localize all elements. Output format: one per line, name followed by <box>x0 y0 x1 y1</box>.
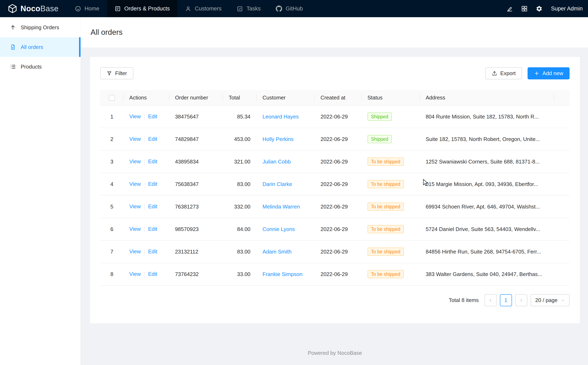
row-index: 4 <box>100 173 123 195</box>
created-at-cell: 2022-06-29 <box>315 263 362 285</box>
blocks-button[interactable] <box>517 0 532 17</box>
address-cell: 804 Runte Mission, Suite 182, 15783, Nor… <box>420 105 554 128</box>
edit-link[interactable]: Edit <box>148 136 157 142</box>
page-size-select[interactable]: 20 / page <box>531 294 570 306</box>
prev-page-button[interactable] <box>485 294 497 306</box>
nav-item-github[interactable]: GitHub <box>268 0 310 17</box>
sidebar-item-shipping-orders[interactable]: Shipping Orders <box>0 18 80 37</box>
view-link[interactable]: View <box>129 181 141 187</box>
orders-card: Filter Export <box>90 57 580 323</box>
customer-link[interactable]: Melinda Warren <box>262 204 300 210</box>
customer-cell: Leonard Hayes <box>257 105 315 128</box>
created-at-cell: 2022-06-29 <box>315 173 362 195</box>
view-link[interactable]: View <box>129 271 141 277</box>
status-cell: To be shipped <box>362 218 420 240</box>
row-index: 3 <box>100 150 123 173</box>
edit-link[interactable]: Edit <box>148 271 157 277</box>
customer-cell: Darin Clarke <box>257 173 315 195</box>
plus-icon <box>534 70 539 76</box>
order-number-cell: 38475647 <box>169 105 223 128</box>
customer-link[interactable]: Leonard Hayes <box>262 113 298 120</box>
created-at-cell: 2022-06-29 <box>315 128 362 150</box>
address-cell: 1252 Swaniawski Corners, Suite 688, 8137… <box>420 150 554 173</box>
view-link[interactable]: View <box>129 226 141 232</box>
export-icon <box>492 70 497 76</box>
next-page-button[interactable] <box>515 294 527 306</box>
github-icon <box>276 6 282 12</box>
address-cell: 5724 Daniel Drive, Suite 563, 54403, Wen… <box>420 218 554 240</box>
orders-table: Actions Order number Total Customer Crea… <box>100 90 570 286</box>
total-cell: 332.00 <box>223 195 257 218</box>
status-badge: To be shipped <box>368 270 404 278</box>
chevron-left-icon <box>488 298 493 303</box>
page-size-value: 20 / page <box>535 297 558 303</box>
status-cell: Shipped <box>362 105 420 128</box>
customer-cell: Adam Smith <box>257 240 315 263</box>
customer-link[interactable]: Julian Cobb <box>262 159 290 165</box>
row-spacer-cell <box>554 240 570 263</box>
column-header-order-number: Order number <box>169 90 223 105</box>
logo[interactable]: NocoBase <box>0 0 67 17</box>
table-row: 2ViewEdit74829847453.00Holly Perkins2022… <box>100 128 570 150</box>
page-number-button[interactable]: 1 <box>500 294 512 306</box>
row-spacer-cell <box>554 128 570 150</box>
view-link[interactable]: View <box>129 136 141 142</box>
view-link[interactable]: View <box>129 113 141 119</box>
customer-cell: Frankie Simpson <box>257 263 315 285</box>
add-new-button[interactable]: Add new <box>528 67 570 79</box>
column-header-created-at: Created at <box>315 90 362 105</box>
total-cell: 84.00 <box>223 218 257 240</box>
edit-link[interactable]: Edit <box>148 203 157 210</box>
customer-link[interactable]: Holly Perkins <box>262 136 294 142</box>
order-number-cell: 74829847 <box>169 128 223 150</box>
column-header-actions: Actions <box>123 90 169 105</box>
nav-item-label: Orders & Products <box>124 6 170 12</box>
edit-link[interactable]: Edit <box>148 158 157 164</box>
total-cell: 321.00 <box>223 150 257 173</box>
customer-cell: Julian Cobb <box>257 150 315 173</box>
customer-link[interactable]: Adam Smith <box>262 249 291 255</box>
nav-item-customers[interactable]: Customers <box>177 0 229 17</box>
sidebar-item-all-orders[interactable]: All orders <box>0 37 80 57</box>
view-link[interactable]: View <box>129 158 141 164</box>
view-link[interactable]: View <box>129 248 141 254</box>
export-button[interactable]: Export <box>485 67 522 79</box>
filter-button[interactable]: Filter <box>100 67 133 79</box>
customer-link[interactable]: Connie Lyons <box>262 226 295 232</box>
table-row: 7ViewEdit2313211283.00Adam Smith2022-06-… <box>100 240 570 263</box>
address-cell: 383 Walter Gardens, Suite 040, 24947, Be… <box>420 263 554 285</box>
row-actions: ViewEdit <box>123 173 169 195</box>
table-row: 8ViewEdit7376423233.00Frankie Simpson202… <box>100 263 570 285</box>
nav-item-home[interactable]: Home <box>67 0 107 17</box>
chevron-right-icon <box>519 298 523 303</box>
nav-item-tasks[interactable]: Tasks <box>229 0 268 17</box>
nav-item-orders-products[interactable]: Orders & Products <box>107 0 177 17</box>
add-new-button-label: Add new <box>543 70 563 77</box>
customer-link[interactable]: Darin Clarke <box>262 181 292 187</box>
sidebar-item-products[interactable]: Products <box>0 57 80 77</box>
created-at-cell: 2022-06-29 <box>315 105 362 128</box>
table-row: 6ViewEdit9857092384.00Connie Lyons2022-0… <box>100 218 570 240</box>
highlighter-button[interactable] <box>502 0 517 17</box>
view-link[interactable]: View <box>129 203 141 210</box>
gear-button[interactable] <box>532 0 546 17</box>
table-row: 1ViewEdit3847564785.34Leonard Hayes2022-… <box>100 105 570 128</box>
edit-link[interactable]: Edit <box>148 113 157 119</box>
user-name[interactable]: Super Admin <box>551 6 583 12</box>
edit-link[interactable]: Edit <box>148 181 157 187</box>
nav-item-label: GitHub <box>286 6 303 12</box>
main-nav: HomeOrders & ProductsCustomersTasksGitHu… <box>67 0 311 17</box>
all-orders-icon <box>10 44 16 50</box>
address-cell: 84856 Hirthe Run, Suite 268, 94754-6705,… <box>420 240 554 263</box>
row-spacer-cell <box>554 218 570 240</box>
customer-link[interactable]: Frankie Simpson <box>262 271 302 277</box>
created-at-cell: 2022-06-29 <box>315 195 362 218</box>
action-divider <box>144 114 145 120</box>
edit-link[interactable]: Edit <box>148 226 157 232</box>
column-header-total: Total <box>223 90 257 105</box>
edit-link[interactable]: Edit <box>148 248 157 254</box>
action-divider <box>144 249 145 255</box>
row-index: 8 <box>100 263 123 285</box>
select-all-checkbox[interactable] <box>109 95 115 101</box>
customer-cell: Melinda Warren <box>257 195 315 218</box>
